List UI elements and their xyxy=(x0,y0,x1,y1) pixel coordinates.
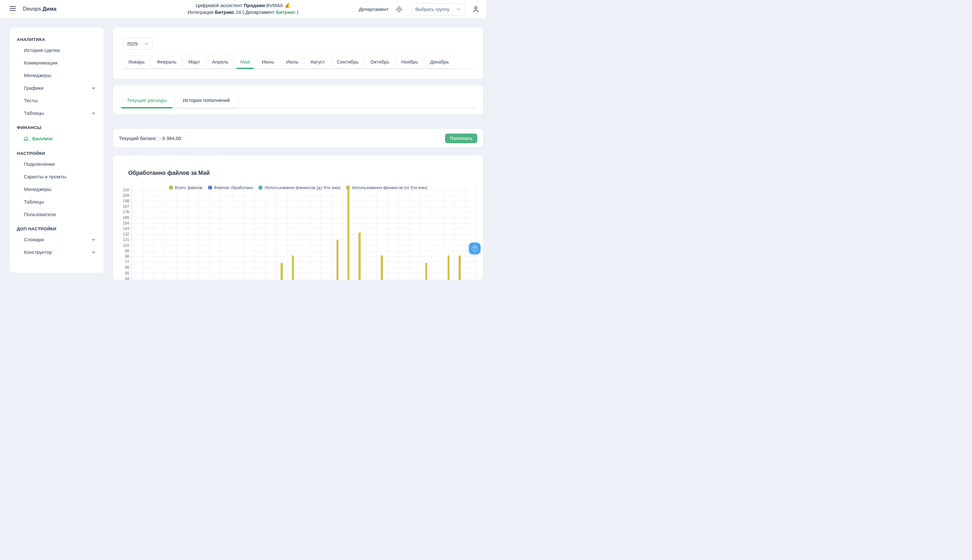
group-select[interactable]: Выбрать группу xyxy=(411,3,465,15)
y-axis-label: 176 xyxy=(113,210,129,214)
sidebar-item-таблицы[interactable]: Таблицы xyxy=(10,107,104,119)
bar-day-27 xyxy=(425,263,428,280)
sidebar-item-label: Таблицы xyxy=(24,110,44,116)
month-tab-июнь[interactable]: Июнь xyxy=(256,55,279,68)
horizontal-gridline xyxy=(132,240,476,240)
menu-icon[interactable] xyxy=(10,6,16,12)
y-axis-label: 88 xyxy=(113,255,129,258)
sidebar-section-title: ДОП НАСТРОЙКИ xyxy=(10,221,104,233)
sidebar-item-label: Пользователи xyxy=(24,212,56,217)
sidebar-item-label: Словари xyxy=(24,237,44,242)
horizontal-gridline xyxy=(132,190,476,190)
group-select-placeholder: Выбрать группу xyxy=(415,7,450,12)
sidebar-item-графики[interactable]: Графики xyxy=(10,82,104,94)
title-suffix: BVMAX xyxy=(265,3,284,8)
sidebar-item-менеджеры[interactable]: Менеджеры xyxy=(10,183,104,195)
chevron-down-icon xyxy=(91,250,95,254)
sidebar-item-label: Коммуникации xyxy=(24,60,57,65)
y-axis-tick xyxy=(130,257,132,257)
y-axis-tick xyxy=(130,218,132,218)
theme-sun-icon[interactable] xyxy=(396,6,403,13)
y-axis-tick xyxy=(130,267,132,268)
vertical-gridline xyxy=(276,185,276,280)
title-bold: Продажи xyxy=(244,3,265,8)
vertical-gridline xyxy=(199,185,199,280)
subtitle-close: ) xyxy=(296,10,298,15)
month-tabs: ЯнварьФевральМартАпрельМайИюньИюльАвгуст… xyxy=(123,55,473,69)
sidebar-item-менеджеры[interactable]: Менеджеры xyxy=(10,69,104,82)
horizontal-gridline xyxy=(132,267,476,268)
sidebar-item-label: Конструктор xyxy=(24,249,52,255)
y-axis-tick xyxy=(130,273,132,273)
vertical-gridline xyxy=(310,185,310,280)
chevron-down-icon xyxy=(91,86,95,90)
year-select[interactable]: 2025 xyxy=(123,37,153,50)
month-tab-сентябрь[interactable]: Сентябрь xyxy=(331,55,364,68)
y-axis-label: 66 xyxy=(113,265,129,269)
period-filter-card: 2025 ЯнварьФевральМартАпрельМайИюньИюльА… xyxy=(113,27,483,79)
month-tab-апрель[interactable]: Апрель xyxy=(206,55,234,68)
y-axis-label: 154 xyxy=(113,221,129,225)
chevron-down-icon xyxy=(91,111,95,115)
sidebar-item-словари[interactable]: Словари xyxy=(10,233,104,246)
month-tab-декабрь[interactable]: Декабрь xyxy=(425,55,454,68)
month-tab-март[interactable]: Март xyxy=(183,55,206,68)
billing-tab-topup-history[interactable]: История пополнений xyxy=(176,93,237,108)
sidebar-item-пользователи[interactable]: Пользователи xyxy=(10,208,104,221)
bar-day-30 xyxy=(458,255,461,280)
sidebar-item-скрипты-и-промты[interactable]: Скрипты и промты xyxy=(10,170,104,183)
billing-tab-current-expenses[interactable]: Текущие расходы xyxy=(119,93,174,108)
sidebar-item-коммуникации[interactable]: Коммуникации xyxy=(10,57,104,69)
vertical-gridline xyxy=(376,185,376,280)
month-tab-август[interactable]: Август xyxy=(305,55,330,68)
y-axis-tick xyxy=(130,262,132,262)
horizontal-gridline xyxy=(132,262,476,262)
y-axis-label: 132 xyxy=(113,232,129,236)
sidebar-item-история-сделок[interactable]: История сделок xyxy=(10,44,104,57)
month-tab-ноябрь[interactable]: Ноябрь xyxy=(396,55,423,68)
sidebar-item-label: Тесты xyxy=(24,98,37,103)
subtitle-green: Битрикс xyxy=(276,10,296,15)
horizontal-gridline xyxy=(132,195,476,196)
subtitle-prefix: Интеграция xyxy=(187,10,215,15)
chevron-down-icon xyxy=(456,7,461,12)
month-tab-июль[interactable]: Июль xyxy=(281,55,304,68)
horizontal-gridline xyxy=(132,218,476,218)
y-axis-label: 143 xyxy=(113,227,129,231)
sidebar-item-label: Биллинг xyxy=(32,136,53,141)
month-tab-январь[interactable]: Январь xyxy=(123,55,150,68)
vertical-gridline xyxy=(454,185,454,280)
sidebar-item-label: Таблицы xyxy=(24,199,44,205)
sidebar-item-таблицы[interactable]: Таблицы xyxy=(10,195,104,208)
topup-button[interactable]: Пополнить xyxy=(445,133,477,143)
vertical-gridline xyxy=(365,185,366,280)
y-axis-label: 165 xyxy=(113,216,129,220)
balance-card: Текущий баланс : -3 384,00 Пополнить xyxy=(113,129,483,147)
billing-tabs: Текущие расходыИстория пополнений xyxy=(119,93,477,108)
vertical-gridline xyxy=(465,185,466,280)
month-tab-октябрь[interactable]: Октябрь xyxy=(365,55,395,68)
y-axis-tick xyxy=(130,190,132,190)
chart-plot-area: 2202091981871761651541431321211109988776… xyxy=(113,155,483,280)
help-button[interactable]: ? xyxy=(469,243,480,254)
y-axis-tick xyxy=(130,245,132,246)
sidebar-item-тесты[interactable]: Тесты xyxy=(10,94,104,107)
user-profile-icon[interactable] xyxy=(472,5,480,13)
sidebar-item-label: История сделок xyxy=(24,47,60,53)
header-right-controls: Департамент Выбрать группу xyxy=(359,0,486,18)
month-tab-май[interactable]: Май xyxy=(235,55,255,68)
y-axis-tick xyxy=(130,223,132,223)
month-tab-февраль[interactable]: Февраль xyxy=(151,55,182,68)
y-axis-label: 209 xyxy=(113,193,129,197)
sidebar-item-конструктор[interactable]: Конструктор xyxy=(10,246,104,258)
sidebar-item-подключение[interactable]: Подключение xyxy=(10,158,104,170)
sidebar-item-биллинг[interactable]: Биллинг xyxy=(10,132,104,145)
y-axis-label: 44 xyxy=(113,277,129,280)
y-axis-tick xyxy=(130,240,132,240)
department-label: Департамент xyxy=(359,7,388,12)
year-select-value: 2025 xyxy=(127,41,137,47)
y-axis-label: 99 xyxy=(113,249,129,253)
bar-day-20 xyxy=(348,186,350,280)
subtitle-paren: ( Департамент xyxy=(241,10,276,15)
top-header: Devops Дима Цифровой ассистент Продажи B… xyxy=(0,0,486,18)
